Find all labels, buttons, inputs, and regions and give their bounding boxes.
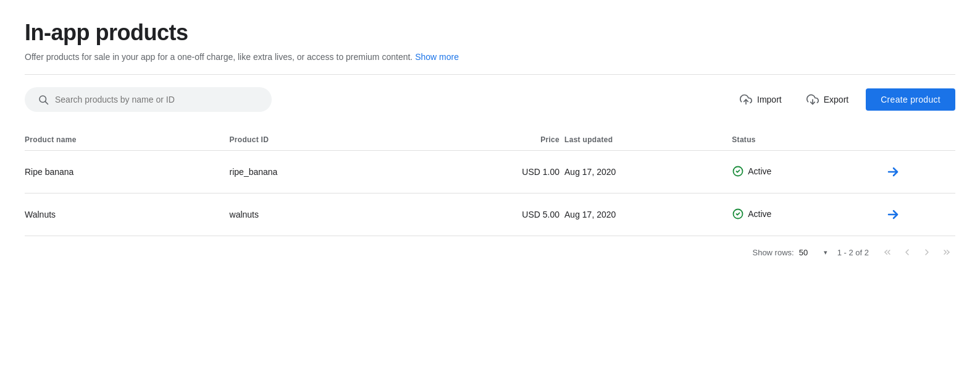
rows-per-page-control: Show rows: 50 25 100 [752, 248, 827, 257]
export-label: Export [824, 95, 848, 104]
pagination-buttons [879, 245, 955, 260]
rows-per-page-select[interactable]: 50 25 100 [799, 248, 823, 257]
create-product-button[interactable]: Create product [866, 88, 955, 111]
search-box [25, 87, 272, 112]
row-detail-button[interactable] [881, 205, 905, 224]
cell-status: Active [732, 194, 881, 236]
cell-price: USD 1.00 [434, 151, 564, 194]
row-detail-button[interactable] [881, 162, 905, 182]
products-table: Product name Product ID Price Last updat… [25, 129, 955, 236]
import-label: Import [757, 95, 782, 104]
last-page-icon [942, 247, 952, 257]
status-badge: Active [732, 165, 771, 177]
cell-arrow[interactable] [881, 194, 955, 236]
prev-page-button[interactable] [898, 245, 916, 260]
first-page-icon [882, 247, 892, 257]
next-page-icon [922, 247, 932, 257]
active-status-icon [732, 165, 744, 177]
cell-product-id: walnuts [230, 194, 435, 236]
search-icon [38, 94, 49, 105]
col-header-arrow [881, 129, 955, 151]
cell-arrow[interactable] [881, 151, 955, 194]
page-subtitle: Offer products for sale in your app for … [25, 52, 955, 62]
cell-product-name: Ripe banana [25, 151, 230, 194]
cell-price: USD 5.00 [434, 194, 564, 236]
toolbar: Import Export Create product [25, 87, 955, 112]
cell-last-updated: Aug 17, 2020 [564, 151, 732, 194]
prev-page-icon [902, 247, 912, 257]
active-status-icon [732, 208, 744, 220]
arrow-right-icon [886, 164, 900, 179]
show-more-link[interactable]: Show more [415, 52, 459, 62]
col-header-status: Status [732, 129, 881, 151]
search-input[interactable] [55, 95, 259, 104]
import-button[interactable]: Import [732, 88, 789, 111]
col-header-id: Product ID [230, 129, 435, 151]
subtitle-text: Offer products for sale in your app for … [25, 52, 413, 62]
table-row: Ripe bananaripe_bananaUSD 1.00Aug 17, 20… [25, 151, 955, 194]
status-label: Active [748, 166, 771, 176]
col-header-updated: Last updated [564, 129, 732, 151]
rows-label: Show rows: [752, 248, 794, 257]
last-page-button[interactable] [938, 245, 955, 260]
section-divider [25, 74, 955, 75]
cell-product-name: Walnuts [25, 194, 230, 236]
status-badge: Active [732, 208, 771, 220]
table-row: WalnutswalnutsUSD 5.00Aug 17, 2020 Activ… [25, 194, 955, 236]
svg-line-1 [45, 101, 48, 104]
page-title: In-app products [25, 20, 955, 46]
export-icon [806, 93, 819, 106]
export-button[interactable]: Export [799, 88, 856, 111]
cell-last-updated: Aug 17, 2020 [564, 194, 732, 236]
cell-product-id: ripe_banana [230, 151, 435, 194]
pagination-row: Show rows: 50 25 100 1 - 2 of 2 [25, 236, 955, 260]
next-page-button[interactable] [918, 245, 936, 260]
status-label: Active [748, 209, 771, 219]
first-page-button[interactable] [879, 245, 896, 260]
col-header-name: Product name [25, 129, 230, 151]
cell-status: Active [732, 151, 881, 194]
import-icon [740, 93, 752, 106]
page-info: 1 - 2 of 2 [837, 248, 869, 257]
arrow-right-icon [886, 207, 900, 222]
table-header-row: Product name Product ID Price Last updat… [25, 129, 955, 151]
col-header-price: Price [434, 129, 564, 151]
